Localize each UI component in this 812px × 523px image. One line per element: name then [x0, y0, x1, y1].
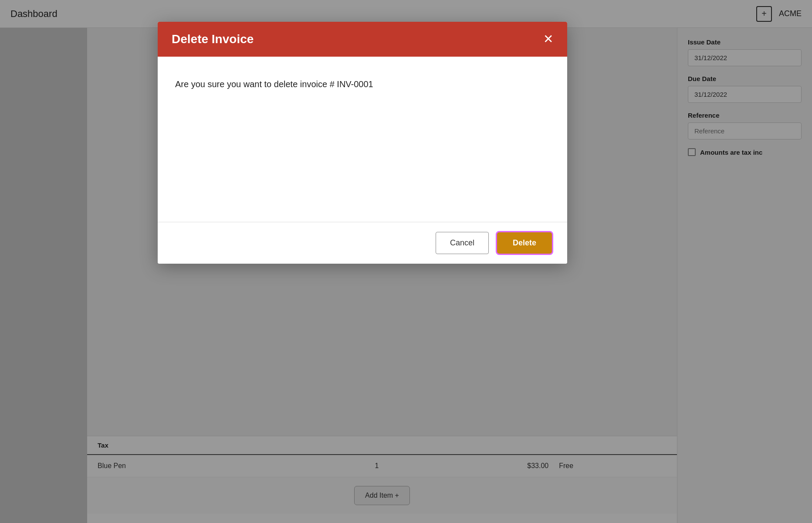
modal-title: Delete Invoice [172, 32, 254, 46]
modal-message: Are you sure you want to delete invoice … [175, 78, 550, 91]
modal-body: Are you sure you want to delete invoice … [158, 57, 567, 222]
modal-footer: Cancel Delete [158, 222, 567, 264]
modal-header: Delete Invoice ✕ [158, 22, 567, 57]
delete-invoice-modal: Delete Invoice ✕ Are you sure you want t… [158, 22, 567, 264]
delete-button[interactable]: Delete [496, 231, 553, 255]
cancel-button[interactable]: Cancel [436, 232, 489, 254]
modal-close-button[interactable]: ✕ [543, 33, 553, 45]
